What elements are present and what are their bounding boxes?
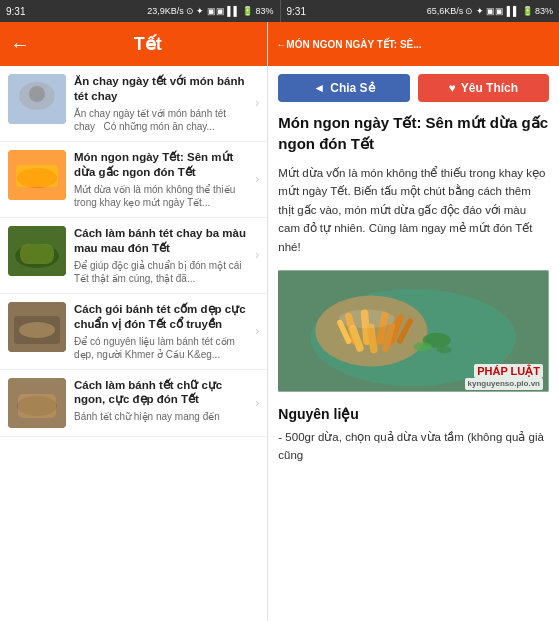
article-desc-3: Để giúp độc giả chuẩn bị đón một cái Tết… [74, 259, 247, 285]
article-body: Mứt dừa vốn là món không thể thiếu trong… [278, 164, 549, 256]
share-button[interactable]: ◄ Chia Sẻ [278, 74, 409, 102]
thumb-img-4 [8, 302, 66, 352]
status-icons-left: 23,9KB/s ⊙ ✦ ▣▣ ▌▌ 🔋 83% [147, 6, 273, 16]
share-icon: ◄ [313, 81, 325, 95]
time-right: 9:31 [287, 6, 306, 17]
article-text-4: Cách gói bánh tét cốm dẹp cực chuẩn vị đ… [74, 302, 247, 361]
status-bar-row: 9:31 23,9KB/s ⊙ ✦ ▣▣ ▌▌ 🔋 83% 9:31 65,6K… [0, 0, 559, 22]
article-text-2: Món ngon ngày Tết: Sên mứt dừa gấc ngon … [74, 150, 247, 209]
svg-point-28 [414, 342, 433, 351]
article-text-1: Ăn chay ngày tết với món bánh tét chay Ă… [74, 74, 247, 133]
svg-rect-14 [18, 394, 56, 418]
svg-point-11 [19, 322, 55, 338]
status-bar-right: 9:31 65,6KB/s ⊙ ✦ ▣▣ ▌▌ 🔋 83% [280, 0, 560, 22]
article-thumbnail-3 [8, 226, 66, 276]
article-title-5: Cách làm bánh tết chữ cực ngon, cực đẹp … [74, 378, 247, 408]
article-title-3: Cách làm bánh tét chay ba màu mau mau đó… [74, 226, 247, 256]
article-list: Ăn chay ngày tết với món bánh tét chay Ă… [0, 66, 267, 621]
thumb-img-2 [8, 150, 66, 200]
time-left: 9:31 [6, 6, 25, 17]
article-thumbnail-5 [8, 378, 66, 428]
article-thumbnail-2 [8, 150, 66, 200]
left-panel: ← Tết Ăn chay ngày tết với món bánh tét … [0, 22, 268, 621]
arrow-icon-3: › [255, 248, 259, 262]
battery-right: 83% [535, 6, 553, 16]
heart-icon: ♥ [449, 81, 456, 95]
svg-point-2 [29, 86, 45, 102]
url-watermark: kynguyenso.plo.vn [465, 378, 543, 390]
ingredients-section-title: Nguyên liệu [278, 406, 549, 422]
svg-rect-5 [16, 165, 58, 187]
list-item[interactable]: Món ngon ngày Tết: Sên mứt dừa gấc ngon … [0, 142, 267, 218]
action-buttons: ◄ Chia Sẻ ♥ Yêu Thích [278, 74, 549, 102]
arrow-icon-1: › [255, 96, 259, 110]
brand-watermark: PHÁP LUẬT [474, 364, 543, 378]
right-content: ◄ Chia Sẻ ♥ Yêu Thích Món ngon ngày Tết:… [268, 66, 559, 621]
article-desc-4: Để có nguyên liệu làm bánh tét cốm dẹp, … [74, 335, 247, 361]
like-label: Yêu Thích [461, 81, 518, 95]
article-text-5: Cách làm bánh tết chữ cực ngon, cực đẹp … [74, 378, 247, 424]
left-panel-title: Tết [38, 33, 257, 55]
right-header-title: ←MÓN NGON NGÀY TẾT: SÊ... [276, 39, 421, 50]
list-item[interactable]: Ăn chay ngày tết với món bánh tét chay Ă… [0, 66, 267, 142]
list-item[interactable]: Cách làm bánh tét chay ba màu mau mau đó… [0, 218, 267, 294]
data-speed-left: 23,9KB/s [147, 6, 184, 16]
signal-icons-left: ⊙ ✦ ▣▣ ▌▌ 🔋 [186, 6, 254, 16]
article-text-3: Cách làm bánh tét chay ba màu mau mau đó… [74, 226, 247, 285]
article-desc-5: Bánh tết chữ hiện nay mang đến [74, 410, 247, 423]
status-bar-left: 9:31 23,9KB/s ⊙ ✦ ▣▣ ▌▌ 🔋 83% [0, 0, 280, 22]
article-thumbnail-4 [8, 302, 66, 352]
like-button[interactable]: ♥ Yêu Thích [418, 74, 549, 102]
back-icon[interactable]: ← [10, 33, 30, 56]
right-header: ←MÓN NGON NGÀY TẾT: SÊ... [268, 22, 559, 66]
right-panel: ←MÓN NGON NGÀY TẾT: SÊ... ◄ Chia Sẻ ♥ Yê… [268, 22, 559, 621]
list-item[interactable]: Cách làm bánh tết chữ cực ngon, cực đẹp … [0, 370, 267, 437]
svg-point-30 [339, 309, 395, 328]
article-title-1: Ăn chay ngày tết với món bánh tét chay [74, 74, 247, 104]
signal-icons-right: ⊙ ✦ ▣▣ ▌▌ 🔋 [465, 6, 533, 16]
arrow-icon-5: › [255, 396, 259, 410]
article-main-title: Món ngon ngày Tết: Sên mứt dừa gấc ngon … [278, 112, 549, 154]
main-row: ← Tết Ăn chay ngày tết với món bánh tét … [0, 22, 559, 621]
ingredient-text: - 500gr dừa, chọn quả dừa vừa tầm (không… [278, 428, 549, 465]
arrow-icon-4: › [255, 324, 259, 338]
article-title-4: Cách gói bánh tét cốm dẹp cực chuẩn vị đ… [74, 302, 247, 332]
svg-rect-8 [20, 244, 54, 264]
status-icons-right: 65,6KB/s ⊙ ✦ ▣▣ ▌▌ 🔋 83% [427, 6, 553, 16]
share-label: Chia Sẻ [330, 81, 374, 95]
thumb-img-5 [8, 378, 66, 428]
svg-point-29 [437, 346, 452, 353]
thumb-img-1 [8, 74, 66, 124]
food-image: PHÁP LUẬT kynguyenso.plo.vn [278, 266, 549, 396]
article-title-2: Món ngon ngày Tết: Sên mứt dừa gấc ngon … [74, 150, 247, 180]
article-desc-2: Mứt dừa vốn là món không thể thiếu trong… [74, 183, 247, 209]
left-header: ← Tết [0, 22, 267, 66]
list-item[interactable]: Cách gói bánh tét cốm dẹp cực chuẩn vị đ… [0, 294, 267, 370]
watermark: PHÁP LUẬT kynguyenso.plo.vn [465, 365, 543, 390]
thumb-img-3 [8, 226, 66, 276]
battery-left: 83% [255, 6, 273, 16]
data-speed-right: 65,6KB/s [427, 6, 464, 16]
article-thumbnail-1 [8, 74, 66, 124]
arrow-icon-2: › [255, 172, 259, 186]
article-desc-1: Ăn chay ngày tết với món bánh tét chay C… [74, 107, 247, 133]
